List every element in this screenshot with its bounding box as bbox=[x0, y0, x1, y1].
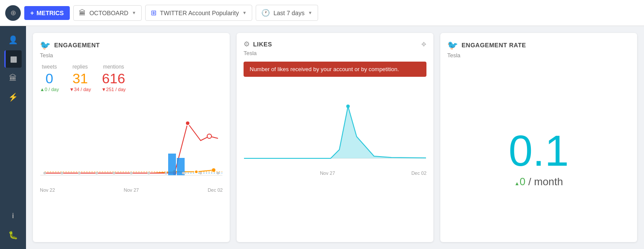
metrics-label: METRICS bbox=[36, 10, 64, 16]
engagement-rate-subtitle: Tesla bbox=[447, 52, 630, 59]
svg-point-4 bbox=[195, 170, 198, 174]
engagement-card-header: 🐦 ENGAGEMENT bbox=[40, 40, 223, 50]
svg-rect-9 bbox=[168, 154, 176, 175]
engagement-rate-header: 🐦 ENGAGEMENT RATE bbox=[447, 40, 630, 50]
svg-point-20 bbox=[199, 172, 202, 174]
chevron-down-icon-3: ▼ bbox=[308, 10, 312, 15]
engagement-title: ENGAGEMENT bbox=[54, 42, 100, 49]
tweets-change: ▲0 / day bbox=[40, 87, 59, 92]
engagement-rate-card: 🐦 ENGAGEMENT RATE Tesla 0.1 ▲0 / month bbox=[440, 33, 637, 242]
engagement-rate-display: 0.1 ▲0 / month bbox=[447, 64, 630, 235]
sidebar: 👤 ▦ 🏛 ⚡ i 🐛 bbox=[0, 26, 26, 249]
grid-icon: ⊞ bbox=[151, 9, 156, 17]
svg-point-8 bbox=[207, 134, 211, 138]
svg-point-7 bbox=[185, 121, 190, 125]
sidebar-item-bank[interactable]: 🏛 bbox=[4, 69, 22, 87]
move-icon-likes[interactable]: ✥ bbox=[421, 41, 426, 48]
date-nov22: Nov 22 bbox=[40, 187, 55, 193]
gear-icon-likes[interactable]: ⚙ bbox=[244, 40, 250, 48]
clock-icon: 🕐 bbox=[261, 9, 270, 17]
svg-point-21 bbox=[217, 172, 219, 174]
replies-change: ▼34 / day bbox=[69, 87, 91, 92]
svg-point-5 bbox=[212, 168, 215, 172]
mentions-metric: mentions 616 ▼251 / day bbox=[101, 64, 126, 92]
logo-icon: ⊕ bbox=[5, 5, 21, 21]
svg-point-17 bbox=[147, 172, 150, 174]
sidebar-item-user[interactable]: 👤 bbox=[4, 31, 22, 49]
date-likes-nov27: Nov 27 bbox=[320, 170, 335, 176]
date-nov27: Nov 27 bbox=[124, 187, 139, 193]
engagement-rate-title: ENGAGEMENT RATE bbox=[462, 42, 526, 49]
engagement-chart-svg bbox=[40, 97, 223, 184]
twitter-popularity-label: TWITTER Account Popularity bbox=[160, 10, 239, 16]
svg-point-11 bbox=[43, 172, 46, 174]
likes-chart-dates: Nov 27 Dec 02 bbox=[244, 170, 426, 176]
svg-point-13 bbox=[78, 172, 81, 174]
date-likes-dec02: Dec 02 bbox=[411, 170, 426, 176]
octoboard-dropdown[interactable]: 🏛 OCTOBOARD ▼ bbox=[73, 5, 142, 21]
likes-chart: Nov 27 Dec 02 bbox=[244, 80, 426, 235]
tweets-label: tweets bbox=[42, 64, 57, 70]
likes-card: ⚙ LIKES ✥ Tesla Number of likes received… bbox=[237, 33, 433, 242]
tweets-value: 0 bbox=[46, 71, 53, 87]
chevron-down-icon: ▼ bbox=[132, 10, 136, 15]
mentions-label: mentions bbox=[103, 64, 124, 70]
plus-icon: + bbox=[30, 10, 34, 16]
likes-tooltip: Number of likes received by your account… bbox=[244, 62, 426, 77]
svg-point-14 bbox=[95, 172, 98, 174]
likes-chart-svg bbox=[244, 80, 426, 167]
engagement-chart: Nov 22 Nov 27 Dec 02 bbox=[40, 97, 223, 235]
chevron-down-icon-2: ▼ bbox=[242, 10, 247, 15]
zero-value: 0 bbox=[520, 176, 525, 187]
likes-card-header: ⚙ LIKES ✥ bbox=[244, 40, 426, 48]
svg-marker-23 bbox=[244, 106, 426, 158]
sidebar-item-bug[interactable]: 🐛 bbox=[4, 226, 22, 244]
svg-point-15 bbox=[113, 172, 115, 174]
engagement-subtitle: Tesla bbox=[40, 52, 223, 59]
add-metrics-button[interactable]: + METRICS bbox=[24, 6, 70, 20]
svg-point-12 bbox=[61, 172, 63, 174]
mentions-value: 616 bbox=[102, 71, 125, 87]
twitter-icon-rate: 🐦 bbox=[447, 40, 458, 50]
main-layout: 👤 ▦ 🏛 ⚡ i 🐛 🐦 ENGAGEMENT Tesla tweets 0 … bbox=[0, 26, 644, 249]
replies-metric: replies 31 ▼34 / day bbox=[69, 64, 91, 92]
svg-point-19 bbox=[182, 172, 185, 174]
likes-title: LIKES bbox=[253, 41, 272, 48]
mentions-change: ▼251 / day bbox=[101, 87, 126, 92]
per-month-display: ▲0 / month bbox=[514, 176, 563, 188]
svg-point-24 bbox=[346, 105, 350, 108]
replies-value: 31 bbox=[72, 71, 88, 87]
svg-point-16 bbox=[130, 172, 133, 174]
engagement-card: 🐦 ENGAGEMENT Tesla tweets 0 ▲0 / day rep… bbox=[33, 33, 230, 242]
engagement-chart-dates: Nov 22 Nov 27 Dec 02 bbox=[40, 187, 223, 193]
twitter-popularity-dropdown[interactable]: ⊞ TWITTER Account Popularity ▼ bbox=[145, 5, 252, 21]
sidebar-item-dashboard[interactable]: ▦ bbox=[4, 50, 22, 68]
time-range-label: Last 7 days bbox=[273, 10, 305, 16]
triangle-up-icon: ▲ bbox=[514, 180, 520, 187]
tweets-metric: tweets 0 ▲0 / day bbox=[40, 64, 59, 92]
twitter-icon-engagement: 🐦 bbox=[40, 40, 51, 50]
replies-label: replies bbox=[72, 64, 88, 70]
likes-subtitle: Tesla bbox=[244, 50, 426, 56]
main-content: 🐦 ENGAGEMENT Tesla tweets 0 ▲0 / day rep… bbox=[26, 26, 644, 249]
svg-point-18 bbox=[165, 172, 167, 174]
engagement-metrics: tweets 0 ▲0 / day replies 31 ▼34 / day m… bbox=[40, 64, 223, 92]
date-dec02: Dec 02 bbox=[208, 187, 223, 193]
engagement-rate-value: 0.1 bbox=[508, 129, 569, 172]
octoboard-label: OCTOBOARD bbox=[89, 10, 128, 16]
building-icon: 🏛 bbox=[79, 9, 86, 17]
sidebar-item-info[interactable]: i bbox=[4, 207, 22, 225]
likes-tooltip-text: Number of likes received by your account… bbox=[250, 66, 399, 72]
per-month-label: / month bbox=[528, 176, 563, 187]
sidebar-item-lightning[interactable]: ⚡ bbox=[4, 88, 22, 106]
time-range-dropdown[interactable]: 🕐 Last 7 days ▼ bbox=[256, 5, 318, 21]
top-navigation: ⊕ + METRICS 🏛 OCTOBOARD ▼ ⊞ TWITTER Acco… bbox=[0, 0, 644, 26]
